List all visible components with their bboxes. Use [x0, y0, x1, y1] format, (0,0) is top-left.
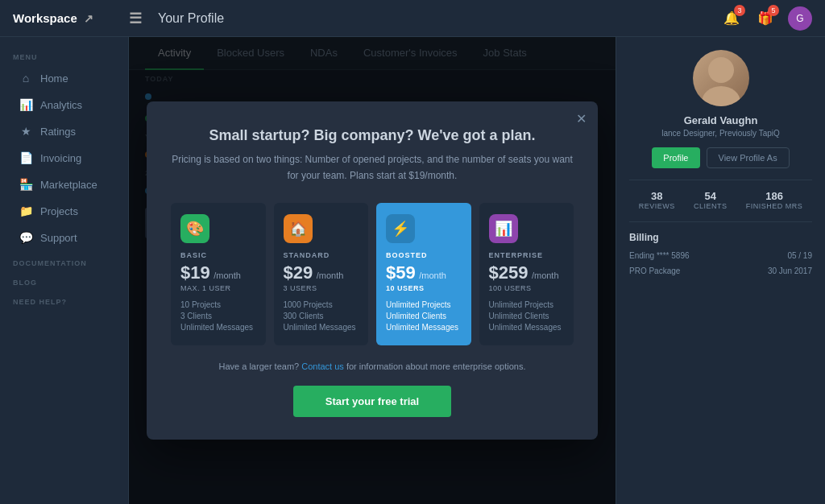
sidebar-item-analytics[interactable]: 📊 Analytics	[6, 92, 122, 118]
feature-item: Unlimited Messages	[180, 323, 256, 332]
footer-text: Have a larger team?	[219, 361, 300, 371]
sidebar-item-ratings[interactable]: ★ Ratings	[6, 118, 122, 144]
plan-basic-icon: 🎨	[180, 214, 209, 243]
workspace-label: Workspace	[13, 11, 77, 25]
billing-section: Billing Ending **** 5896 05 / 19 PRO Pac…	[629, 221, 812, 275]
plan-enterprise-price-row: $259 /month	[489, 262, 565, 283]
view-profile-as-button[interactable]: View Profile As	[707, 147, 790, 168]
feature-item: Unlimited Messages	[284, 323, 359, 332]
sidebar-item-invoicing[interactable]: 📄 Invoicing	[6, 145, 122, 171]
ratings-icon: ★	[19, 125, 32, 138]
pricing-modal: ✕ Small startup? Big company? We've got …	[147, 101, 598, 439]
analytics-icon: 📊	[19, 98, 32, 111]
sidebar-item-home[interactable]: ⌂ Home	[6, 65, 122, 91]
stat-reviews-num: 38	[639, 190, 675, 202]
plan-enterprise[interactable]: 📊 ENTERPRISE $259 /month 100 USERS Unlim…	[479, 203, 574, 345]
plan-standard[interactable]: 🏠 STANDARD $29 /month 3 USERS 1000 Proje…	[274, 203, 369, 345]
sidebar-item-support[interactable]: 💬 Support	[6, 225, 122, 250]
feature-item: Unlimited Projects	[489, 300, 565, 309]
user-avatar-top[interactable]: G	[788, 6, 812, 31]
feature-item: 300 Clients	[284, 312, 359, 320]
plan-standard-period: /month	[317, 271, 344, 280]
pro-package-label: PRO Package	[629, 266, 680, 275]
plan-basic-features: 10 Projects 3 Clients Unlimited Messages	[180, 300, 256, 332]
feature-item: Unlimited Messages	[489, 323, 565, 332]
svg-point-0	[708, 57, 734, 83]
modal-subtitle: Pricing is based on two things: Number o…	[171, 152, 574, 183]
modal-close-button[interactable]: ✕	[576, 111, 587, 126]
pro-package-date: 30 Jun 2017	[768, 266, 812, 275]
plan-enterprise-icon: 📊	[489, 214, 518, 243]
hamburger-icon[interactable]: ☰	[129, 10, 142, 27]
trend-icon: ↗	[84, 12, 93, 25]
start-trial-button[interactable]: Start your free trial	[293, 386, 451, 417]
nav-icons: 🔔 3 🎁 5 G	[720, 6, 812, 31]
plan-standard-features: 1000 Projects 300 Clients Unlimited Mess…	[284, 300, 359, 332]
bell-button[interactable]: 🔔 3	[720, 7, 743, 30]
sidebar-item-label: Analytics	[40, 99, 82, 111]
bell-badge: 3	[734, 5, 745, 16]
plan-standard-icon: 🏠	[284, 214, 313, 243]
plan-boosted-price-row: $59 /month	[386, 262, 462, 283]
plan-boosted-price: $59	[386, 262, 416, 283]
plan-boosted-period: /month	[419, 271, 446, 280]
avatar-image	[693, 50, 749, 106]
sidebar-item-label: Projects	[40, 205, 78, 217]
stat-reviews: 38 REVIEWS	[639, 190, 675, 210]
feature-item: 10 Projects	[180, 300, 256, 309]
projects-icon: 📁	[19, 204, 32, 217]
billing-row: Ending **** 5896 05 / 19	[629, 251, 812, 260]
sidebar: MENU ⌂ Home 📊 Analytics ★ Ratings 📄 Invo…	[0, 37, 129, 504]
top-nav: Workspace ↗ ☰ Your Profile 🔔 3 🎁 5 G	[0, 0, 825, 37]
sidebar-item-label: Marketplace	[40, 179, 97, 191]
plan-enterprise-name: ENTERPRISE	[489, 251, 565, 259]
modal-overlay: ✕ Small startup? Big company? We've got …	[129, 37, 616, 504]
modal-title: Small startup? Big company? We've got a …	[171, 127, 574, 144]
main-content: Activity Blocked Users NDAs Customer's I…	[129, 37, 616, 504]
gift-button[interactable]: 🎁 5	[754, 7, 777, 30]
sidebar-item-label: Home	[40, 72, 68, 85]
sidebar-item-projects[interactable]: 📁 Projects	[6, 198, 122, 224]
stat-reviews-label: REVIEWS	[639, 202, 675, 210]
sidebar-item-label: Ratings	[40, 126, 76, 138]
plan-boosted-icon: ⚡	[386, 214, 415, 243]
plan-basic-price-row: $19 /month	[180, 262, 256, 283]
sidebar-item-marketplace[interactable]: 🏪 Marketplace	[6, 171, 122, 197]
stat-clients: 54 CLIENTS	[694, 190, 728, 210]
feature-item: Unlimited Projects	[386, 300, 462, 309]
plan-basic[interactable]: 🎨 BASIC $19 /month MAX. 1 USER 10 Projec…	[171, 203, 266, 345]
feature-item: Unlimited Clients	[386, 312, 462, 320]
billing-title: Billing	[629, 232, 812, 243]
feature-item: Unlimited Messages	[386, 323, 462, 332]
billing-date: 05 / 19	[787, 251, 812, 260]
plan-boosted[interactable]: ⚡ BOOSTED $59 /month 10 USERS Unlimited …	[376, 203, 471, 345]
plan-boosted-users: 10 USERS	[386, 284, 462, 292]
avatar-icon: G	[796, 13, 803, 24]
plan-basic-price: $19	[180, 262, 210, 283]
footer-link[interactable]: Contact us	[301, 361, 344, 371]
sidebar-item-label: Invoicing	[40, 152, 81, 164]
footer-rest: for information about more enterprise op…	[346, 361, 526, 371]
profile-actions: Profile View Profile As	[629, 147, 812, 168]
profile-stats: 38 REVIEWS 54 CLIENTS 186 FINISHED MRS	[629, 180, 812, 210]
feature-item: 3 Clients	[180, 312, 256, 320]
plan-basic-name: BASIC	[180, 251, 256, 259]
sidebar-menu-label: MENU	[0, 45, 128, 64]
plan-standard-price: $29	[284, 262, 313, 283]
plan-basic-users: MAX. 1 USER	[180, 284, 256, 292]
modal-footer: Have a larger team? Contact us for infor…	[171, 361, 574, 371]
profile-button[interactable]: Profile	[652, 147, 699, 168]
sidebar-item-label: Support	[40, 232, 77, 244]
stat-clients-num: 54	[694, 190, 728, 202]
stat-finished-num: 186	[746, 190, 803, 202]
sidebar-blog-label: BLOG	[0, 271, 128, 290]
modal-cta: Start your free trial	[171, 386, 574, 417]
invoicing-icon: 📄	[19, 151, 32, 164]
billing-card: Ending **** 5896	[629, 251, 690, 260]
feature-item: Unlimited Clients	[489, 312, 565, 320]
sidebar-help-label: NEED HELP?	[0, 290, 128, 309]
home-icon: ⌂	[19, 72, 32, 85]
svg-point-1	[702, 86, 740, 106]
plans-grid: 🎨 BASIC $19 /month MAX. 1 USER 10 Projec…	[171, 203, 574, 345]
plan-boosted-features: Unlimited Projects Unlimited Clients Unl…	[386, 300, 462, 332]
